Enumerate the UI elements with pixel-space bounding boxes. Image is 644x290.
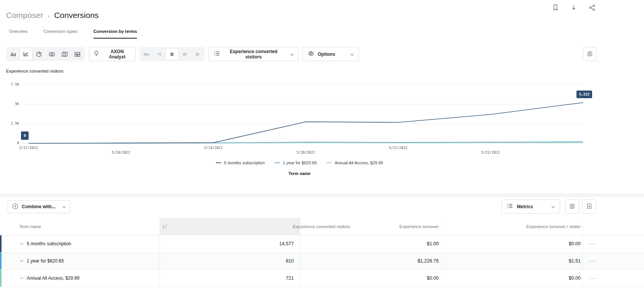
breadcrumb: Composer › Conversions — [6, 11, 99, 20]
options-dropdown[interactable]: Options — [303, 47, 359, 61]
column-header-experience-turnover[interactable]: Experience turnover — [362, 218, 439, 235]
y-axis-tick: 7.5K — [4, 83, 19, 86]
report-export-button[interactable] — [583, 47, 597, 61]
series-color-stripe — [0, 253, 2, 269]
combine-with-button[interactable]: Combine with... — [8, 200, 70, 213]
column-header-experience-turnover-visitor[interactable]: Experience turnover / visitor — [504, 218, 581, 235]
app-root: Composer › Conversions Overview Conversi… — [0, 0, 644, 290]
share-icon — [589, 4, 596, 12]
axon-analyst-label: AXON Analyst — [103, 49, 132, 60]
series-line-5-months[interactable] — [29, 103, 583, 144]
granularity-day[interactable]: D — [166, 49, 178, 60]
sort-descending-icon[interactable] — [162, 224, 168, 231]
cell-turnover: $1,226.75 — [362, 253, 439, 269]
layout-dashboard-icon[interactable] — [71, 48, 84, 60]
column-divider — [300, 218, 300, 287]
cell-visitors: 810 — [217, 253, 294, 269]
venn-diagram-icon[interactable] — [46, 48, 58, 60]
bar-chart-icon[interactable] — [7, 48, 19, 60]
metric-selector-dropdown[interactable]: Experience converted visitors — [209, 47, 299, 61]
cell-turnover-per-visitor: $0.00 — [504, 235, 581, 252]
term-name[interactable]: Annual All Access, $29.99 — [27, 275, 79, 281]
download-button[interactable] — [570, 4, 578, 12]
x-axis-tick: 5/20/2022 — [291, 151, 321, 154]
bookmark-icon — [552, 4, 559, 12]
series-color-stripe — [0, 270, 2, 287]
download-file-icon — [586, 203, 592, 211]
metrics-dropdown[interactable]: Metrics — [502, 199, 560, 214]
pie-chart-icon[interactable] — [33, 48, 45, 60]
metrics-label: Metrics — [517, 204, 533, 209]
more-options-icon[interactable]: ··· — [586, 270, 599, 287]
breadcrumb-parent[interactable]: Composer — [6, 11, 43, 20]
x-axis-tick: 5/18/2022 — [106, 151, 136, 154]
legend-swatch — [327, 162, 332, 163]
chevron-down-icon — [551, 204, 555, 209]
chart-title: Experience converted visitors — [6, 69, 63, 73]
cell-turnover-per-visitor: $1.51 — [504, 253, 581, 269]
table-copy-button[interactable] — [565, 199, 579, 214]
cell-visitors: 721 — [217, 270, 294, 287]
chevron-down-icon[interactable] — [20, 277, 24, 279]
breadcrumb-separator-icon: › — [48, 13, 50, 19]
combine-with-label: Combine with... — [22, 204, 56, 209]
chevron-down-icon[interactable] — [20, 243, 24, 245]
top-action-bar — [551, 4, 596, 12]
column-header-term-name[interactable]: Term name — [19, 218, 41, 235]
table-row[interactable]: 5 months subscription 14,577 $1.00 $0.00… — [0, 235, 644, 253]
table-row[interactable]: Annual All Access, $29.99 721 $0.00 $0.0… — [0, 270, 644, 287]
plus-circle-icon — [12, 203, 19, 211]
granularity-minute[interactable]: Mn — [141, 49, 153, 60]
term-name[interactable]: 5 months subscription — [27, 241, 71, 246]
chevron-down-icon — [350, 52, 354, 57]
cell-turnover: $0.00 — [362, 270, 439, 287]
legend-label: Annual All Access, $29.99 — [335, 160, 383, 165]
list-icon — [214, 50, 221, 58]
options-label: Options — [318, 52, 335, 57]
granularity-hour[interactable]: H — [153, 49, 166, 60]
legend-swatch — [216, 162, 221, 163]
granularity-month[interactable]: M — [191, 49, 203, 60]
tab-overview[interactable]: Overview — [9, 29, 27, 39]
list-icon — [507, 203, 514, 211]
legend-label: 1 year for $620.65 — [283, 160, 317, 165]
legend-item[interactable]: 5 months subscription — [216, 160, 265, 165]
time-granularity-switcher: Mn H D W M — [140, 47, 204, 61]
table-download-button[interactable] — [582, 199, 596, 214]
legend-swatch — [275, 162, 280, 163]
share-button[interactable] — [588, 4, 596, 12]
chart-gridlines — [22, 85, 584, 143]
chevron-down-icon — [290, 52, 294, 57]
bookmark-button[interactable] — [551, 4, 560, 12]
term-name[interactable]: 1 year for $620.65 — [27, 258, 64, 264]
copy-report-icon — [569, 203, 576, 211]
chart-legend: 5 months subscription 1 year for $620.65… — [0, 160, 599, 165]
page-title: Conversions — [54, 11, 99, 20]
map-icon[interactable] — [58, 48, 71, 60]
gear-icon — [308, 50, 314, 58]
x-axis-tick: 5/22/2022 — [475, 151, 506, 154]
cell-visitors: 14,577 — [217, 235, 294, 252]
legend-item[interactable]: Annual All Access, $29.99 — [327, 160, 383, 165]
column-divider — [159, 218, 160, 287]
data-point-label-start: 0 — [21, 131, 29, 140]
tab-conversion-by-terms[interactable]: Conversion by terms — [93, 29, 137, 39]
y-axis-tick: 0 — [4, 141, 19, 145]
tab-bar: Overview Conversion types Conversion by … — [9, 29, 137, 39]
cell-turnover-per-visitor: $0.00 — [504, 270, 581, 287]
column-header-experience-converted-visitors[interactable]: Experience converted visitors — [224, 218, 350, 235]
section-divider — [0, 193, 644, 197]
legend-item[interactable]: 1 year for $620.65 — [275, 160, 317, 165]
y-axis-tick: 2.5K — [4, 122, 19, 125]
tab-conversion-types[interactable]: Conversion types — [43, 29, 77, 39]
line-chart-icon[interactable] — [20, 48, 32, 60]
more-options-icon[interactable]: ··· — [586, 235, 599, 252]
granularity-week[interactable]: W — [179, 49, 191, 60]
column-divider — [443, 218, 443, 287]
axon-analyst-button[interactable]: AXON Analyst — [89, 47, 136, 61]
column-divider — [582, 218, 583, 287]
table-row[interactable]: 1 year for $620.65 810 $1,226.75 $1.51 ·… — [0, 253, 644, 270]
chevron-down-icon[interactable] — [20, 260, 24, 262]
legend-label: 5 months subscription — [224, 160, 265, 165]
more-options-icon[interactable]: ··· — [586, 253, 599, 269]
